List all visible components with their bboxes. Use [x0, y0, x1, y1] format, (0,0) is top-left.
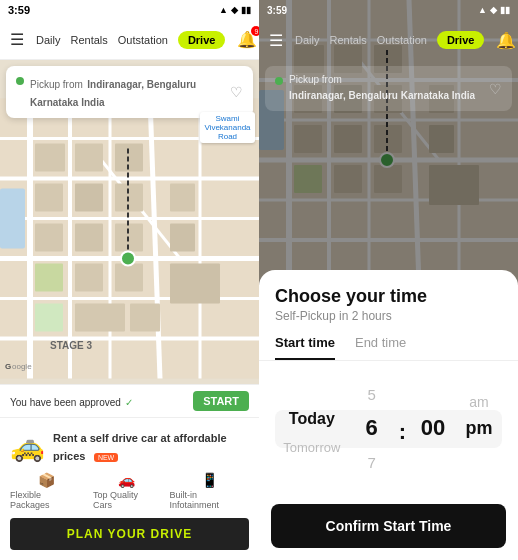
check-icon: ✓ — [125, 397, 133, 408]
nav-outstation[interactable]: Outstation — [118, 34, 168, 46]
right-nav-bar: ☰ Daily Rentals Outstation Drive 🔔 — [259, 20, 518, 60]
pickup-card: Pickup from Indiranagar, Bengaluru Karna… — [6, 66, 253, 118]
svg-rect-25 — [35, 264, 63, 292]
day-today: Today — [275, 404, 349, 434]
nav-items: Daily Rentals Outstation Drive — [36, 31, 225, 49]
svg-rect-13 — [0, 189, 25, 249]
right-bell-icon[interactable]: 🔔 — [496, 32, 516, 49]
heart-icon[interactable]: ♡ — [230, 84, 243, 100]
time-separator: : — [399, 411, 406, 445]
hour-scroll-column: 5 6 7 — [349, 380, 395, 477]
wifi-icon: ◆ — [231, 5, 238, 15]
left-nav-bar: ☰ Daily Rentals Outstation Drive 🔔 9 — [0, 20, 259, 60]
right-heart-icon[interactable]: ♡ — [489, 81, 502, 97]
sheet-header: Choose your time Self-Pickup in 2 hours — [259, 270, 518, 327]
right-status-bar: 3:59 ▲ ◆ ▮▮ — [259, 0, 518, 20]
pickup-label: Pickup from — [30, 79, 83, 90]
swami-road-label: Swami Vivekananda Road — [200, 112, 255, 143]
infotainment-icon: 📱 — [201, 472, 218, 488]
feature-label-quality: Top Quality Cars — [93, 490, 160, 510]
right-pickup-info: Pickup from Indiranagar, Bengaluru Karna… — [275, 74, 475, 103]
minute-selected: 00 — [410, 409, 456, 448]
right-time: 3:59 — [267, 5, 287, 16]
hour-selected: 6 — [349, 409, 395, 448]
day-tomorrow: Tomorrow — [275, 435, 349, 461]
feature-label-flexible: Flexible Packages — [10, 490, 83, 510]
right-nav-rentals[interactable]: Rentals — [329, 34, 366, 46]
time-picker-area: Today Tomorrow 5 6 7 : 00 00 00 — [259, 361, 518, 496]
nav-drive[interactable]: Drive — [178, 31, 226, 49]
svg-rect-14 — [35, 144, 65, 172]
svg-text:STAGE 3: STAGE 3 — [50, 340, 92, 351]
pm-option: pm — [465, 414, 492, 443]
hamburger-icon[interactable]: ☰ — [10, 30, 24, 49]
approval-bar: You have been approved ✓ START — [0, 384, 259, 417]
right-nav-outstation[interactable]: Outstation — [377, 34, 427, 46]
right-pickup-label: Pickup from — [289, 74, 475, 85]
svg-rect-31 — [130, 304, 160, 332]
location-dot — [16, 77, 24, 85]
svg-rect-17 — [35, 184, 63, 212]
right-signal-icon: ▲ — [478, 5, 487, 15]
pickup-text-container: Pickup from Indiranagar, Bengaluru Karna… — [30, 74, 230, 110]
nav-daily[interactable]: Daily — [36, 34, 60, 46]
left-panel: 3:59 ▲ ◆ ▮▮ ☰ Daily Rentals Outstation D… — [0, 0, 259, 560]
tab-start-time[interactable]: Start time — [275, 335, 335, 360]
svg-point-32 — [121, 252, 135, 266]
car-icon: 🚕 — [10, 430, 45, 463]
left-map: STAGE 3 G oogle Pickup from Indiranagar,… — [0, 60, 259, 417]
right-nav-items: Daily Rentals Outstation Drive — [295, 31, 484, 49]
svg-rect-30 — [75, 304, 125, 332]
promo-text-container: Rent a self drive car at affordable pric… — [53, 428, 249, 464]
svg-rect-18 — [75, 184, 103, 212]
right-battery-icon: ▮▮ — [500, 5, 510, 15]
battery-icon: ▮▮ — [241, 5, 251, 15]
svg-rect-15 — [75, 144, 103, 172]
start-button[interactable]: START — [193, 391, 249, 411]
feature-label-infotainment: Built-in Infotainment — [170, 490, 250, 510]
hour-below: 7 — [349, 448, 395, 477]
feature-infotainment: 📱 Built-in Infotainment — [170, 472, 250, 510]
svg-rect-24 — [170, 224, 195, 252]
quality-car-icon: 🚗 — [118, 472, 135, 488]
right-pickup-address: Indiranagar, Bengaluru Karnataka India — [289, 90, 475, 101]
approval-text-container: You have been approved ✓ — [10, 392, 133, 410]
minute-scroll-column: 00 00 00 — [410, 380, 456, 477]
left-status-bar: 3:59 ▲ ◆ ▮▮ — [0, 0, 259, 20]
svg-rect-26 — [75, 264, 103, 292]
right-hamburger-icon[interactable]: ☰ — [269, 31, 283, 50]
promo-text: Rent a self drive car at affordable pric… — [53, 432, 227, 462]
plan-drive-button[interactable]: PLAN YOUR DRIVE — [10, 518, 249, 550]
time-tabs: Start time End time — [259, 327, 518, 361]
bottom-promo-section: 🚕 Rent a self drive car at affordable pr… — [0, 417, 259, 560]
right-wifi-icon: ◆ — [490, 5, 497, 15]
bell-container: 🔔 9 — [237, 30, 257, 49]
time-scroll-area: Today Tomorrow 5 6 7 : 00 00 00 — [275, 380, 502, 477]
approved-text: You have been approved — [10, 397, 121, 408]
left-time: 3:59 — [8, 4, 30, 16]
day-scroll-column: Today Tomorrow — [275, 396, 349, 461]
left-status-icons: ▲ ◆ ▮▮ — [219, 5, 251, 15]
svg-rect-29 — [35, 304, 63, 332]
nav-rentals[interactable]: Rentals — [70, 34, 107, 46]
right-bell-container: 🔔 — [496, 31, 516, 50]
notification-badge: 9 — [251, 26, 259, 36]
svg-rect-20 — [170, 184, 195, 212]
confirm-start-time-button[interactable]: Confirm Start Time — [271, 504, 506, 548]
right-nav-daily[interactable]: Daily — [295, 34, 319, 46]
car-promo: 🚕 Rent a self drive car at affordable pr… — [10, 428, 249, 464]
signal-icon: ▲ — [219, 5, 228, 15]
svg-text:G: G — [5, 362, 11, 371]
new-badge: NEW — [94, 453, 118, 462]
svg-rect-22 — [75, 224, 103, 252]
tab-end-time[interactable]: End time — [355, 335, 406, 360]
right-pickup-card: Pickup from Indiranagar, Bengaluru Karna… — [265, 66, 512, 111]
sheet-subtitle: Self-Pickup in 2 hours — [275, 309, 502, 323]
svg-rect-27 — [115, 264, 143, 292]
hour-above: 5 — [349, 380, 395, 409]
sheet-title: Choose your time — [275, 286, 502, 307]
right-panel: 3:59 ▲ ◆ ▮▮ ☰ Daily Rentals Outstation D… — [259, 0, 518, 560]
pickup-info: Pickup from Indiranagar, Bengaluru Karna… — [16, 74, 230, 110]
right-nav-drive[interactable]: Drive — [437, 31, 485, 49]
right-status-icons: ▲ ◆ ▮▮ — [478, 5, 510, 15]
